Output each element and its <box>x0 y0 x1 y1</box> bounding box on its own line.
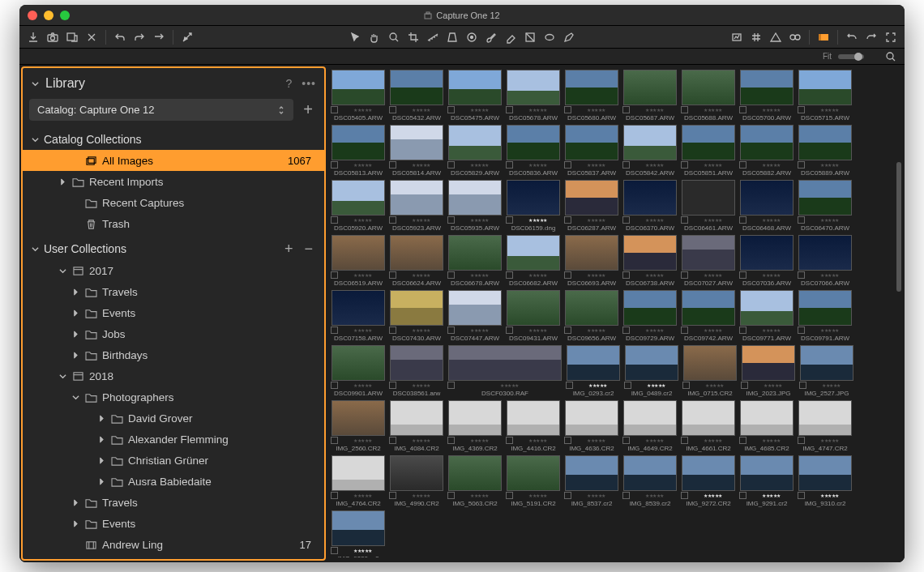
thumbnail-checkbox[interactable] <box>564 492 571 499</box>
thumbnail-checkbox[interactable] <box>624 382 631 389</box>
rating-stars[interactable]: ★★★★★ <box>806 162 853 168</box>
thumbnail[interactable]: ★★★★★DSC09656.ARW <box>564 290 619 342</box>
thumbnail-checkbox[interactable] <box>681 271 688 279</box>
expand-chevron-icon[interactable] <box>97 457 105 464</box>
thumbnail[interactable]: ★★★★★DSC05889.ARW <box>798 125 853 177</box>
thumbnail-checkbox[interactable] <box>798 271 805 279</box>
thumbnail[interactable]: ★★★★★DSC05432.ARW <box>389 70 444 122</box>
thumbnail[interactable]: ★★★★★IMG_8539.cr2 <box>622 455 678 507</box>
thumbnail-checkbox[interactable] <box>681 437 688 444</box>
collection-item-christian-grüner[interactable]: Christian Grüner <box>23 450 324 471</box>
thumbnail-checkbox[interactable] <box>622 437 630 444</box>
thumbnail[interactable]: ★★★★★DSC06461.ARW <box>681 180 736 232</box>
remove-collection-button[interactable]: − <box>301 241 316 256</box>
rating-stars[interactable]: ★★★★★ <box>515 107 561 113</box>
expand-chevron-icon[interactable] <box>71 394 79 401</box>
thumbnail[interactable]: ★★★★★IMG_4649.CR2 <box>622 400 678 452</box>
cursor-select-icon[interactable] <box>348 30 362 45</box>
thumbnail[interactable]: ★★★★★IMG_0489.cr2 <box>624 345 679 397</box>
thumbnail[interactable]: ★★★★★IMG_2023.JPG <box>741 345 796 397</box>
collection-item-jobs[interactable]: Jobs <box>23 323 324 344</box>
add-catalog-button[interactable]: + <box>298 100 318 119</box>
thumbnail[interactable]: ★★★★★DSC06470.ARW <box>798 180 853 232</box>
rating-stars[interactable]: ★★★★★ <box>690 438 736 443</box>
rating-stars[interactable]: ★★★★★ <box>631 438 678 443</box>
collection-item-events[interactable]: Events <box>23 513 324 534</box>
thumbnail[interactable]: ★★★★★IMG_4764.CR2 <box>331 455 386 507</box>
thumbnail-checkbox[interactable] <box>447 437 455 444</box>
thumbnail[interactable]: ★★★★★IMG_9310.cr2 <box>798 455 853 507</box>
section-user-collections[interactable]: User Collections + − <box>23 237 324 260</box>
rating-stars[interactable]: ★★★★★ <box>573 438 619 443</box>
thumbnail-checkbox[interactable] <box>564 327 571 334</box>
rating-stars[interactable]: ★★★★★ <box>631 272 678 278</box>
expand-icon[interactable] <box>883 30 898 45</box>
thumbnail-checkbox[interactable] <box>739 327 746 334</box>
thumbnail[interactable]: ★★★★★DSC09901.ARW <box>331 345 386 397</box>
thumbnail-checkbox[interactable] <box>331 271 338 279</box>
rating-stars[interactable]: ★★★★★ <box>398 438 444 443</box>
rating-stars[interactable]: ★★★★★ <box>806 327 853 333</box>
rating-stars[interactable]: ★★★★★ <box>340 162 386 168</box>
mask-brush-icon[interactable] <box>484 30 498 45</box>
thumbnail[interactable]: ★★★★★DSC05851.ARW <box>681 125 736 177</box>
library-collapse-icon[interactable] <box>31 80 39 88</box>
thumbnail-checkbox[interactable] <box>799 382 806 389</box>
hand-pan-icon[interactable] <box>367 30 382 45</box>
rating-stars[interactable]: ★★★★★ <box>690 493 736 498</box>
thumbnail-checkbox[interactable] <box>741 382 748 389</box>
rating-stars[interactable]: ★★★★★ <box>748 107 794 113</box>
rating-stars[interactable]: ★★★★★ <box>340 327 386 333</box>
rating-stars[interactable]: ★★★★★ <box>808 382 854 388</box>
thumbnail-checkbox[interactable] <box>331 161 338 169</box>
rating-stars[interactable]: ★★★★★ <box>340 493 386 498</box>
thumbnail-checkbox[interactable] <box>331 547 338 554</box>
rating-stars[interactable]: ★★★★★ <box>631 493 678 498</box>
thumbnail-checkbox[interactable] <box>798 327 805 334</box>
rating-stars[interactable]: ★★★★★ <box>748 272 794 278</box>
thumbnail-checkbox[interactable] <box>447 492 455 499</box>
thumbnail[interactable]: ★★★★★DSC05405.ARW <box>331 70 386 122</box>
collection-item-photographers[interactable]: Photographers <box>23 386 324 408</box>
thumbnail-checkbox[interactable] <box>506 216 513 224</box>
thumbnail[interactable]: ★★★★★IMG_0293.cr2 <box>566 345 621 397</box>
collection-item-andrew-ling[interactable]: Andrew Ling17 <box>23 534 324 555</box>
thumbnail[interactable]: ★★★★★DSC06159.dng <box>506 180 561 232</box>
thumbnail[interactable]: ★★★★★IMG_8537.cr2 <box>564 455 619 507</box>
expand-chevron-icon[interactable] <box>71 520 79 527</box>
catalog-item-recent-imports[interactable]: Recent Imports <box>23 171 324 192</box>
thumbnail-checkbox[interactable] <box>798 161 805 169</box>
thumbnail[interactable]: ★★★★★DSC06519.ARW <box>331 235 386 287</box>
thumbnail-checkbox[interactable] <box>331 492 338 499</box>
rating-stars[interactable]: ★★★★★ <box>631 107 678 113</box>
expand-chevron-icon[interactable] <box>71 331 79 338</box>
section-catalog-collections[interactable]: Catalog Collections <box>23 129 324 150</box>
add-collection-button[interactable]: + <box>281 241 297 256</box>
thumbnail[interactable]: ★★★★★DSC06468.ARW <box>739 180 794 232</box>
thumbnail-checkbox[interactable] <box>389 271 396 279</box>
collection-item-david-grover[interactable]: David Grover <box>23 408 324 429</box>
thumbnail-checkbox[interactable] <box>447 106 455 113</box>
thumbnail-checkbox[interactable] <box>506 492 513 499</box>
thumbnail-checkbox[interactable] <box>681 161 688 169</box>
rotate-right-icon[interactable] <box>864 30 879 45</box>
expand-chevron-icon[interactable] <box>71 309 79 317</box>
undo-icon[interactable] <box>113 30 127 45</box>
rating-stars[interactable]: ★★★★★ <box>340 217 386 223</box>
expand-chevron-icon[interactable] <box>71 288 79 296</box>
thumbnail[interactable]: ★★★★★DSC06693.ARW <box>564 235 619 287</box>
thumbnail-checkbox[interactable] <box>506 437 513 444</box>
rating-stars[interactable]: ★★★★★ <box>691 382 738 388</box>
thumbnail-checkbox[interactable] <box>622 161 630 169</box>
expand-chevron-icon[interactable] <box>97 436 105 443</box>
thumbnail-checkbox[interactable] <box>447 161 455 169</box>
thumbnail[interactable]: ★★★★★DSC05829.ARW <box>447 125 503 177</box>
capture-icon[interactable] <box>45 30 60 45</box>
zoom-slider[interactable] <box>838 54 864 59</box>
catalog-item-recent-captures[interactable]: Recent Captures <box>23 192 324 213</box>
rating-stars[interactable]: ★★★★★ <box>631 217 678 223</box>
thumbnail[interactable]: ★★★★★DSC06682.ARW <box>506 235 561 287</box>
collection-item-2017[interactable]: 2017 <box>23 260 324 281</box>
thumbnail[interactable]: ★★★★★DSCF0300.RAF <box>447 345 563 397</box>
collection-item-travels[interactable]: Travels <box>23 281 324 302</box>
